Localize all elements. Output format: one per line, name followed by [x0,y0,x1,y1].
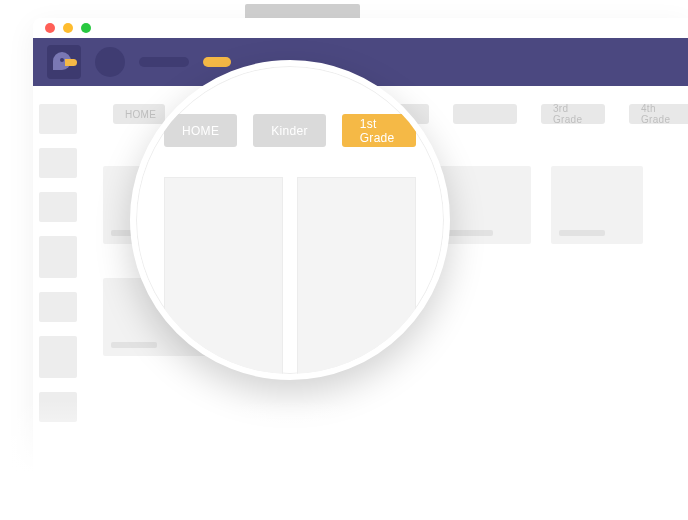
magnifier-content: HOME Kinder 1st Grade [136,66,444,377]
sidebar-item[interactable] [39,236,77,278]
magnified-grade-tabs: HOME Kinder 1st Grade [164,114,416,147]
tab-label: 3rd Grade [553,103,593,125]
window-zoom-button[interactable] [81,23,91,33]
sidebar [33,86,77,518]
window-close-button[interactable] [45,23,55,33]
tab-grade-4[interactable]: 4th Grade [629,104,688,124]
app-logo-parrot-icon[interactable] [47,45,81,79]
user-avatar[interactable] [95,47,125,77]
sidebar-item[interactable] [39,104,77,134]
sidebar-item[interactable] [39,148,77,178]
tab-placeholder[interactable] [453,104,517,124]
sidebar-item[interactable] [39,336,77,378]
tab-home[interactable]: HOME [113,104,165,124]
content-card[interactable] [439,166,531,244]
sidebar-item[interactable] [39,392,77,422]
browser-tab-shape [245,4,360,18]
tab-label: 4th Grade [641,103,681,125]
magnified-panels [164,177,416,377]
tab-label: HOME [125,109,156,120]
tab-home[interactable]: HOME [164,114,237,147]
tab-label: Kinder [271,124,308,138]
tab-grade-3[interactable]: 3rd Grade [541,104,605,124]
magnifier-lens: HOME Kinder 1st Grade [130,60,450,380]
header-accent-pill [203,57,231,67]
tab-kinder[interactable]: Kinder [253,114,326,147]
content-card[interactable] [551,166,643,244]
tab-label: HOME [182,124,219,138]
tab-label: 1st Grade [360,117,398,145]
tab-grade-1[interactable]: 1st Grade [342,114,416,147]
window-minimize-button[interactable] [63,23,73,33]
header-skeleton-line [139,57,189,67]
window-titlebar [33,18,688,38]
sidebar-item[interactable] [39,292,77,322]
sidebar-item[interactable] [39,192,77,222]
